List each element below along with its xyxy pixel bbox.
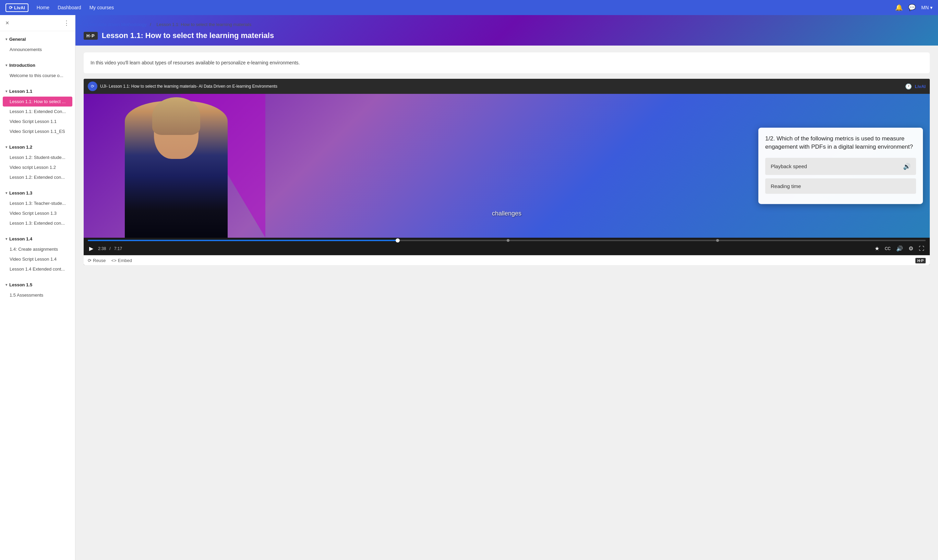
volume-button[interactable]: 🔊 bbox=[895, 245, 904, 252]
sidebar-group-general: ▾ General Announcements bbox=[0, 31, 75, 57]
chevron-icon: ▾ bbox=[6, 63, 7, 67]
logo[interactable]: ⟳ LivAI bbox=[6, 3, 28, 12]
sidebar-group-header-lesson11[interactable]: ▾ Lesson 1.1 bbox=[0, 86, 75, 97]
person-hair bbox=[152, 97, 200, 135]
sidebar-item-lesson13-extended[interactable]: Lesson 1.3: Extended con... bbox=[0, 218, 75, 228]
top-nav: ⟳ LivAI Home Dashboard My courses 🔔 💬 MN… bbox=[0, 0, 938, 15]
video-channel-icon: ⟳ bbox=[88, 82, 97, 91]
group-label-lesson13: Lesson 1.3 bbox=[9, 191, 32, 195]
video-player: ⟳ UJI- Lesson 1.1: How to select the lea… bbox=[84, 79, 930, 265]
video-subtitle: challenges bbox=[492, 210, 521, 217]
settings-button[interactable]: ⚙ bbox=[907, 245, 915, 252]
video-header-title: UJI- Lesson 1.1: How to select the learn… bbox=[100, 84, 277, 89]
video-main-area[interactable]: challenges 1/2. Which of the following m… bbox=[84, 94, 930, 238]
video-header-left: ⟳ UJI- Lesson 1.1: How to select the lea… bbox=[88, 82, 277, 91]
chevron-icon: ▾ bbox=[6, 89, 7, 93]
embed-button[interactable]: <> Embed bbox=[111, 258, 132, 263]
progress-marker-1 bbox=[507, 239, 509, 242]
sidebar-group-header-general[interactable]: ▾ General bbox=[0, 34, 75, 45]
progress-bar-container[interactable] bbox=[88, 240, 926, 241]
group-label-lesson14: Lesson 1.4 bbox=[9, 236, 32, 242]
cc-button[interactable]: CC bbox=[884, 246, 892, 252]
lesson-title: Lesson 1.1: How to select the learning m… bbox=[102, 31, 274, 40]
sidebar-group-header-lesson15[interactable]: ▾ Lesson 1.5 bbox=[0, 280, 75, 290]
reuse-label: Reuse bbox=[93, 258, 106, 263]
sidebar-item-lesson14-extended[interactable]: Lesson 1.4 Extended cont... bbox=[0, 264, 75, 274]
controls-right: ★ CC 🔊 ⚙ ⛶ bbox=[873, 245, 926, 252]
volume-icon: 🔊 bbox=[903, 162, 910, 170]
nav-dashboard[interactable]: Dashboard bbox=[58, 5, 81, 10]
group-label-lesson12: Lesson 1.2 bbox=[9, 145, 32, 150]
nav-links: Home Dashboard My courses bbox=[37, 5, 114, 10]
lesson-description: In this video you'll learn about types o… bbox=[91, 59, 923, 66]
video-header-right: 🕐 LivAI bbox=[905, 83, 926, 90]
sidebar-group-lesson12: ▾ Lesson 1.2 Lesson 1.2: Student-stude..… bbox=[0, 139, 75, 185]
sidebar-item-lesson12-video-script[interactable]: Video script Lesson 1.2 bbox=[0, 162, 75, 172]
close-icon[interactable]: × bbox=[6, 20, 9, 27]
quiz-option-reading-time[interactable]: Reading time bbox=[765, 178, 916, 194]
bell-icon[interactable]: 🔔 bbox=[895, 4, 903, 11]
user-menu[interactable]: MN ▾ bbox=[921, 5, 932, 10]
sidebar-item-lesson11-video-script[interactable]: Video Script Lesson 1.1 bbox=[0, 117, 75, 126]
reuse-button[interactable]: ⟳ Reuse bbox=[88, 258, 106, 263]
sidebar-group-header-lesson14[interactable]: ▾ Lesson 1.4 bbox=[0, 234, 75, 244]
quiz-question-text: Which of the following metrics is used t… bbox=[765, 135, 913, 150]
video-progress-area: ▶ 2:38 / 7:17 ★ CC 🔊 ⚙ ⛶ bbox=[84, 238, 930, 255]
quiz-question: 1/2. Which of the following metrics is u… bbox=[765, 135, 916, 151]
breadcrumb: AI and data driven Methodology / Lesson … bbox=[84, 22, 930, 27]
sidebar-group-lesson13: ▾ Lesson 1.3 Lesson 1.3: Teacher-stude..… bbox=[0, 185, 75, 231]
group-label-lesson15: Lesson 1.5 bbox=[9, 282, 32, 288]
sidebar-item-lesson15-assessments[interactable]: 1.5 Assessments bbox=[0, 290, 75, 300]
logo-icon: ⟳ bbox=[9, 5, 13, 10]
livai-logo: LivAI bbox=[915, 84, 926, 89]
group-label-introduction: Introduction bbox=[9, 63, 35, 68]
bookmark-button[interactable]: ★ bbox=[873, 245, 881, 252]
option-label-playback: Playback speed bbox=[771, 163, 807, 169]
sidebar-group-header-lesson12[interactable]: ▾ Lesson 1.2 bbox=[0, 142, 75, 152]
nav-home[interactable]: Home bbox=[37, 5, 49, 10]
sidebar-item-lesson11-video-script-es[interactable]: Video Script Lesson 1.1_ES bbox=[0, 126, 75, 136]
sidebar-item-lesson14-assignments[interactable]: 1.4: Create assignments bbox=[0, 244, 75, 254]
sidebar-group-lesson15: ▾ Lesson 1.5 1.5 Assessments bbox=[0, 277, 75, 303]
logo-text: LivAI bbox=[14, 5, 25, 10]
sidebar-item-lesson11-extended[interactable]: Lesson 1.1: Extended Con... bbox=[0, 106, 75, 117]
fullscreen-button[interactable]: ⛶ bbox=[918, 245, 926, 252]
quiz-overlay: 1/2. Which of the following metrics is u… bbox=[758, 128, 923, 204]
current-time: 2:38 bbox=[98, 246, 106, 251]
sidebar-item-announcements[interactable]: Announcements bbox=[0, 45, 75, 54]
content-area: In this video you'll learn about types o… bbox=[76, 46, 938, 272]
group-label-lesson11: Lesson 1.1 bbox=[9, 89, 32, 94]
quiz-option-playback-speed[interactable]: Playback speed 🔊 bbox=[765, 158, 916, 175]
sidebar-item-lesson11-how-to[interactable]: Lesson 1.1: How to select ... bbox=[3, 97, 73, 106]
breadcrumb-parent[interactable]: AI and data driven Methodology bbox=[84, 22, 147, 27]
breadcrumb-separator: / bbox=[150, 22, 152, 27]
progress-bar-fill bbox=[88, 240, 398, 241]
sidebar-group-introduction: ▾ Introduction Welcome to this course o.… bbox=[0, 57, 75, 83]
app-body: × ⋮ ▾ General Announcements ▾ Introducti… bbox=[0, 15, 938, 560]
sidebar-item-lesson14-video-script[interactable]: Video Script Lesson 1.4 bbox=[0, 254, 75, 264]
nav-my-courses[interactable]: My courses bbox=[89, 5, 114, 10]
total-time: 7:17 bbox=[114, 246, 122, 251]
sidebar-item-lesson12-extended[interactable]: Lesson 1.2: Extended con... bbox=[0, 172, 75, 182]
sidebar-group-header-lesson13[interactable]: ▾ Lesson 1.3 bbox=[0, 188, 75, 198]
group-label-general: General bbox=[9, 37, 26, 42]
quiz-counter: 1/2. bbox=[765, 135, 775, 142]
play-button[interactable]: ▶ bbox=[88, 245, 95, 252]
hp-badge: H·P bbox=[915, 258, 926, 263]
reuse-icon: ⟳ bbox=[88, 258, 91, 263]
sidebar-group-lesson14: ▾ Lesson 1.4 1.4: Create assignments Vid… bbox=[0, 231, 75, 277]
message-icon[interactable]: 💬 bbox=[908, 4, 916, 11]
sidebar-group-header-introduction[interactable]: ▾ Introduction bbox=[0, 60, 75, 71]
dots-icon[interactable]: ⋮ bbox=[63, 19, 69, 27]
embed-icon: <> bbox=[111, 258, 117, 263]
nav-right: 🔔 💬 MN ▾ bbox=[895, 4, 932, 11]
sidebar-item-lesson12-student[interactable]: Lesson 1.2: Student-stude... bbox=[0, 152, 75, 162]
chevron-icon: ▾ bbox=[6, 37, 7, 41]
chevron-down-icon: ▾ bbox=[930, 5, 932, 10]
sidebar-item-lesson13-teacher[interactable]: Lesson 1.3: Teacher-stude... bbox=[0, 198, 75, 208]
sidebar-item-welcome[interactable]: Welcome to this course o... bbox=[0, 71, 75, 80]
time-separator: / bbox=[110, 246, 110, 251]
chevron-icon: ▾ bbox=[6, 145, 7, 149]
sidebar-item-lesson13-video-script[interactable]: Video Script Lesson 1.3 bbox=[0, 208, 75, 218]
chevron-icon: ▾ bbox=[6, 237, 7, 241]
